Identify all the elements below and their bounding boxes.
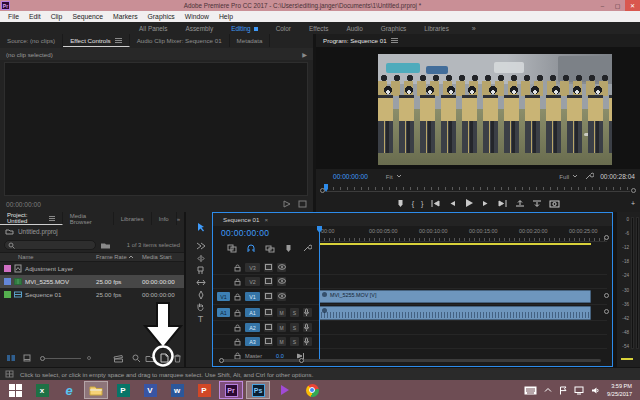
pen-tool[interactable] [195,289,206,300]
type-tool[interactable]: T [195,313,206,324]
lock-icon[interactable] [234,309,241,317]
premiere-pro-icon[interactable]: Pr [219,381,243,399]
sync-lock-icon[interactable] [264,277,273,286]
sync-lock-icon[interactable] [264,263,273,272]
panel-menu-icon[interactable] [49,216,55,221]
sync-lock-icon[interactable] [264,323,273,332]
workspace-effects[interactable]: Effects [300,25,337,32]
maximize-button[interactable]: ▢ [610,0,625,11]
step-forward-icon[interactable] [481,199,491,208]
tab-source[interactable]: Source: (no clips) [0,34,63,47]
workspace-assembly[interactable]: Assembly [176,25,222,32]
track-scroll-handle[interactable] [604,293,609,298]
timeline-playhead[interactable] [319,226,320,362]
clock[interactable]: 3:59 PM 9/25/2017 [607,382,636,399]
playback-resolution-dropdown[interactable]: Full [559,173,578,180]
tab-audio-clip-mixer[interactable]: Audio Clip Mixer: Sequence 01 [130,34,230,47]
selection-tool[interactable] [195,222,206,233]
audio-meters-panel[interactable]: 0-6 -12-18 -24-30 -36-42 -48-54 [615,212,640,367]
sync-lock-icon[interactable] [264,337,273,346]
close-tab-icon[interactable]: × [264,216,268,223]
network-icon[interactable] [574,386,584,395]
mute-button[interactable]: M [277,308,286,317]
timeline-zoom-scrollbar[interactable] [221,359,601,362]
menu-edit[interactable]: Edit [24,13,46,20]
close-button[interactable]: ✕ [625,0,640,11]
solo-button[interactable]: S [290,323,299,332]
track-v2-name[interactable]: V2 [245,277,260,286]
lift-icon[interactable] [515,199,525,208]
column-media-start[interactable]: Media Start [142,254,182,260]
label-color-swatch[interactable] [4,291,11,298]
source-patch-a1[interactable]: A1 [217,308,230,317]
play-badge-icon[interactable] [273,381,297,399]
track-a1[interactable]: A1 A1 M S [213,305,607,321]
lock-icon[interactable] [234,338,241,346]
panel-overflow-icon[interactable]: » [177,216,184,222]
scrubber-right-handle[interactable] [631,188,636,193]
mute-button[interactable]: M [277,323,286,332]
tab-media-browser[interactable]: Media Browser [63,212,114,225]
slip-tool[interactable] [195,277,206,288]
workspace-editing[interactable]: Editing [222,25,267,32]
hand-tool[interactable] [195,301,206,312]
button-editor-plus-icon[interactable]: + [631,200,635,207]
start-button[interactable] [3,381,27,399]
snap-magnet-icon[interactable] [246,244,256,253]
workspace-overflow-icon[interactable]: » [472,25,476,32]
work-area-bar[interactable] [319,243,591,245]
volume-icon[interactable] [591,386,600,395]
ripple-edit-tool[interactable] [195,253,206,264]
zoom-scrollbar-left-handle[interactable] [219,358,224,363]
icon-view-button[interactable] [23,354,32,362]
audio-clip-a1[interactable] [319,306,591,320]
solo-button[interactable]: S [290,337,299,346]
search-input[interactable] [17,242,87,248]
menu-file[interactable]: File [3,13,24,20]
go-to-in-icon[interactable] [430,199,440,208]
file-explorer-icon[interactable] [84,381,108,399]
play-around-icon[interactable] [283,200,292,208]
column-name[interactable]: Name [18,254,33,260]
visio-icon[interactable]: V [138,381,162,399]
insert-as-nest-icon[interactable] [227,244,237,253]
new-item-button[interactable] [160,353,169,363]
timeline-tab-sequence[interactable]: Sequence 01 [223,216,259,223]
program-scrubber[interactable] [320,184,636,194]
delete-button[interactable] [173,353,182,363]
collapse-arrow-icon[interactable]: ▶ [302,51,307,58]
label-color-swatch[interactable] [4,278,11,285]
workspace-audio[interactable]: Audio [337,25,371,32]
find-button[interactable] [132,354,141,363]
minimize-button[interactable]: – [595,0,610,11]
photoshop-icon[interactable]: Ps [246,381,270,399]
project-row-adjustment-layer[interactable]: Adjustment Layer [0,262,184,275]
lock-icon[interactable] [234,264,241,272]
voiceover-mic-icon[interactable] [303,308,312,317]
internet-explorer-icon[interactable]: e [57,381,81,399]
menu-help[interactable]: Help [214,13,238,20]
track-output-eye-icon[interactable] [277,292,286,301]
mute-button[interactable]: M [277,337,286,346]
linked-selection-icon[interactable] [265,244,275,253]
search-box[interactable] [4,240,96,250]
add-marker-icon[interactable] [284,244,293,253]
track-v3-name[interactable]: V3 [245,263,260,272]
mark-out-icon[interactable]: } [421,200,423,207]
track-a3-name[interactable]: A3 [245,337,260,346]
workspace-libraries[interactable]: Libraries [415,25,458,32]
list-view-button[interactable] [6,354,16,362]
track-select-forward-tool[interactable] [195,240,206,251]
menu-sequence[interactable]: Sequence [67,13,108,20]
tab-info[interactable]: Info [152,212,177,225]
column-frame-rate[interactable]: Frame Rate [96,254,142,260]
timeline-timecode[interactable]: 00:00:00:00 [221,228,269,238]
sync-lock-icon[interactable] [264,308,273,317]
menu-graphics[interactable]: Graphics [143,13,180,20]
track-scroll-handle[interactable] [604,309,609,314]
menu-markers[interactable]: Markers [108,13,143,20]
tab-effect-controls[interactable]: Effect Controls [63,34,129,47]
project-home-icon[interactable] [5,228,14,235]
project-file-name[interactable]: Untitled.prproj [18,228,58,235]
loop-icon[interactable] [298,200,307,208]
